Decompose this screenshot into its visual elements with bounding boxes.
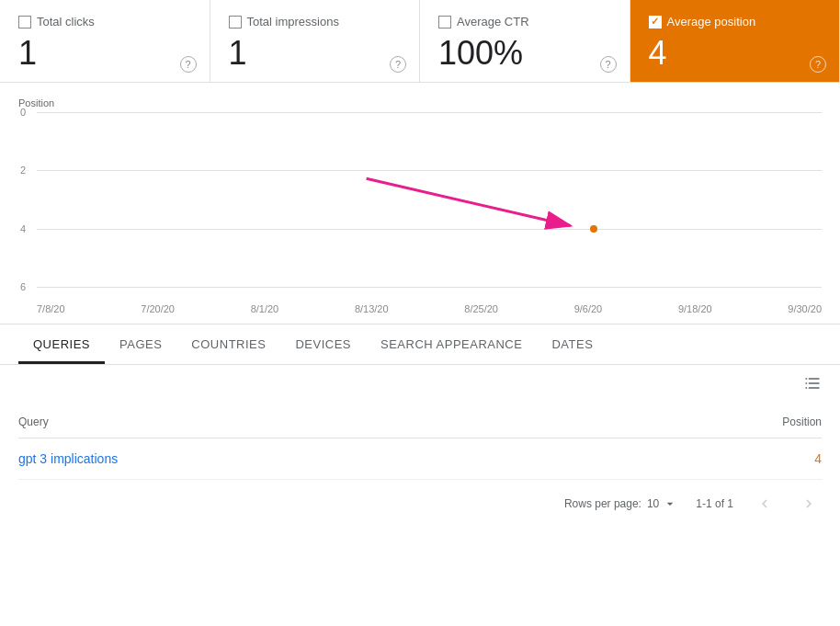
next-page-button[interactable] <box>796 491 822 517</box>
rows-per-page-value: 10 <box>647 497 659 510</box>
metric-average-ctr[interactable]: Average CTR 100% ? <box>420 0 630 82</box>
prev-page-icon <box>756 495 773 512</box>
column-position: Position <box>782 415 822 428</box>
average-ctr-value: 100% <box>438 34 611 73</box>
rows-per-page-select[interactable]: 10 <box>647 496 677 511</box>
tab-pages[interactable]: PAGES <box>105 324 176 364</box>
table-section: Query Position gpt 3 implications 4 <box>0 365 840 480</box>
column-query: Query <box>18 415 49 428</box>
x-label-4: 8/25/20 <box>464 303 498 314</box>
table-header: Query Position <box>18 406 822 438</box>
average-position-label: Average position <box>667 15 756 28</box>
rows-per-page-label: Rows per page: <box>564 497 641 510</box>
filter-icon[interactable] <box>803 374 822 397</box>
pagination-row: Rows per page: 10 1-1 of 1 <box>0 480 840 528</box>
x-label-7: 9/30/20 <box>788 303 822 314</box>
total-impressions-label: Total impressions <box>247 15 339 28</box>
grid-label-4: 4 <box>20 223 26 234</box>
x-axis-labels: 7/8/20 7/20/20 8/1/20 8/13/20 8/25/20 9/… <box>37 303 822 314</box>
x-label-2: 8/1/20 <box>251 303 279 314</box>
tab-dates[interactable]: DATES <box>537 324 607 364</box>
total-clicks-help-icon[interactable]: ? <box>180 56 197 73</box>
tab-devices[interactable]: DEVICES <box>280 324 366 364</box>
metric-average-position[interactable]: Average position 4 ? <box>630 0 841 82</box>
average-ctr-label: Average CTR <box>457 15 529 28</box>
total-impressions-help-icon[interactable]: ? <box>390 56 406 73</box>
x-label-5: 9/6/20 <box>574 303 603 314</box>
average-ctr-help-icon[interactable]: ? <box>600 56 617 73</box>
metric-total-impressions[interactable]: Total impressions 1 ? <box>210 0 421 82</box>
grid-label-2: 2 <box>20 165 26 176</box>
total-clicks-checkbox[interactable] <box>18 16 31 28</box>
x-label-0: 7/8/20 <box>37 303 65 314</box>
average-position-checkbox[interactable] <box>649 16 662 28</box>
total-impressions-value: 1 <box>229 34 402 73</box>
prev-page-button[interactable] <box>752 491 778 517</box>
grid-line-6: 6 <box>37 287 822 288</box>
chart-area: 0 2 4 6 <box>37 112 822 314</box>
grid-line-4: 4 <box>37 229 822 230</box>
grid-line-2: 2 <box>37 170 822 171</box>
total-clicks-value: 1 <box>18 34 191 73</box>
chart-section: Position 0 2 4 6 <box>0 83 840 324</box>
chart-y-label: Position <box>18 97 822 108</box>
grid-line-0: 0 <box>37 112 822 113</box>
metric-total-clicks[interactable]: Total clicks 1 ? <box>0 0 210 82</box>
x-label-3: 8/13/20 <box>355 303 389 314</box>
tab-queries[interactable]: QUERIES <box>18 324 105 364</box>
total-impressions-checkbox[interactable] <box>229 16 242 28</box>
filter-row <box>18 365 822 406</box>
metrics-row: Total clicks 1 ? Total impressions 1 ? A… <box>0 0 840 83</box>
x-label-1: 7/20/20 <box>141 303 175 314</box>
svg-line-1 <box>367 178 571 225</box>
grid-label-0: 0 <box>20 107 26 118</box>
rows-per-page: Rows per page: 10 <box>564 496 677 511</box>
average-position-help-icon[interactable]: ? <box>810 56 826 73</box>
next-page-icon <box>800 495 817 512</box>
page-info: 1-1 of 1 <box>696 497 733 510</box>
grid-label-6: 6 <box>20 281 26 292</box>
x-label-6: 9/18/20 <box>678 303 712 314</box>
average-ctr-checkbox[interactable] <box>438 16 451 28</box>
average-position-value: 4 <box>649 34 822 73</box>
row-query-value: gpt 3 implications <box>18 451 118 466</box>
table-row[interactable]: gpt 3 implications 4 <box>18 438 822 480</box>
tab-countries[interactable]: COUNTRIES <box>176 324 280 364</box>
row-position-value: 4 <box>814 451 822 466</box>
tab-search-appearance[interactable]: SEARCH APPEARANCE <box>366 324 537 364</box>
total-clicks-label: Total clicks <box>37 15 95 28</box>
chart-data-dot <box>590 225 597 233</box>
tabs-row: QUERIES PAGES COUNTRIES DEVICES SEARCH A… <box>0 324 840 365</box>
chart-grid: 0 2 4 6 <box>37 112 822 287</box>
chart-arrow-svg <box>37 112 822 287</box>
rows-dropdown-icon <box>663 496 677 511</box>
